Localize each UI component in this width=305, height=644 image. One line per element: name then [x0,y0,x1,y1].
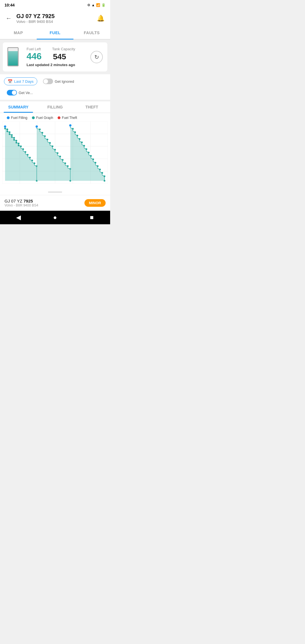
svg-point-59 [81,142,83,143]
sub-tab-summary[interactable]: SUMMARY [0,101,37,113]
get-vehicle-label: Get Ve... [19,91,33,95]
svg-point-64 [92,158,94,160]
svg-point-42 [47,139,48,140]
svg-marker-53 [70,125,104,181]
svg-point-33 [31,160,33,161]
svg-point-43 [49,142,51,144]
svg-point-20 [11,134,13,136]
status-bar: 10:44 ⚙ ▲ 📶 🔋 [0,0,110,10]
svg-point-49 [64,162,66,164]
get-vehicle-toggle[interactable]: Get Ve... [4,88,36,97]
refresh-icon: ↻ [94,54,99,60]
svg-point-50 [67,165,69,167]
svg-point-39 [39,129,41,130]
notification-button[interactable]: 🔔 [95,13,106,23]
tab-fuel[interactable]: FUEL [37,27,73,39]
svg-point-41 [44,135,46,137]
svg-point-32 [29,157,31,158]
fuel-card: Fuel Left Tank Capacity 446 545 Last upd… [3,42,107,71]
fuel-left-label: Fuel Left [27,47,41,51]
svg-point-62 [88,152,90,153]
status-icons: ⚙ ▲ 📶 🔋 [87,3,106,7]
svg-point-56 [74,131,76,133]
legend-dot-filling [7,116,10,119]
legend-dot-theft [58,116,60,119]
svg-point-44 [52,145,53,147]
vehicle-title: GJ 07 YZ 7925 [16,13,92,19]
nav-back-button[interactable]: ◀ [10,214,27,221]
legend-fuel-theft: Fuel Theft [58,116,77,120]
fuel-chart [2,121,108,185]
fuel-gauge-icon [7,47,22,67]
tab-faults[interactable]: FAULTS [73,27,110,39]
svg-point-60 [83,145,85,147]
sub-tab-filling[interactable]: FILLING [37,101,73,113]
back-button[interactable]: ← [5,14,13,23]
status-time: 10:44 [5,3,15,7]
svg-point-55 [72,128,74,130]
svg-point-47 [59,156,61,157]
refresh-button[interactable]: ↻ [90,51,103,63]
svg-point-61 [86,148,87,150]
fuel-updated: Last updated 2 minutes ago [27,63,86,67]
get-ignored-toggle[interactable]: Get Ignored [40,77,77,86]
svg-point-38 [36,125,38,128]
svg-point-45 [54,149,56,151]
svg-point-19 [9,133,10,135]
svg-point-34 [34,162,35,164]
bottom-vehicle-info: GJ 07 YZ 7925 Volvo - B8R 9400 BS4 [5,199,38,207]
sub-tabs: SUMMARY FILLING THEFT [0,101,110,113]
svg-point-17 [6,130,8,132]
sub-tab-theft[interactable]: THEFT [73,101,110,113]
date-chip-label: Last 7 Days [14,79,34,84]
legend-fuel-filling: Fuel Filling [7,116,27,120]
chart-section: Fuel Filling Fuel Graph Fuel Theft [0,113,110,189]
chart-svg [2,121,108,184]
svg-point-31 [27,154,29,156]
svg-point-48 [62,159,64,161]
svg-point-28 [20,145,22,147]
svg-point-63 [90,155,92,157]
svg-point-24 [16,140,17,142]
ignored-toggle-switch[interactable] [43,79,53,84]
svg-point-22 [13,137,15,139]
svg-point-54 [69,124,71,127]
tab-map[interactable]: MAP [0,27,37,39]
svg-point-23 [13,139,15,141]
bell-icon: 🔔 [97,15,104,22]
svg-point-30 [25,151,26,153]
svg-point-66 [97,165,99,167]
svg-point-68 [101,172,103,174]
header-title-block: GJ 07 YZ 7925 Volvo - B8R 9400 BS4 [16,13,92,24]
chart-legend: Fuel Filling Fuel Graph Fuel Theft [2,113,108,121]
vehicle-subtitle: Volvo - B8R 9400 BS4 [16,19,92,24]
svg-point-58 [79,138,80,140]
legend-fuel-graph: Fuel Graph [32,116,53,120]
vehicle-toggle-switch[interactable] [7,90,17,95]
signal-icon: 📶 [96,3,100,7]
nav-home-button[interactable]: ● [47,214,64,221]
get-ignored-label: Get Ignored [55,79,74,84]
fuel-details: Fuel Left Tank Capacity 446 545 Last upd… [27,47,86,67]
svg-point-25 [16,142,17,143]
header: ← GJ 07 YZ 7925 Volvo - B8R 9400 BS4 🔔 [0,10,110,27]
nav-recents-button[interactable]: ■ [83,214,100,221]
svg-point-16 [6,129,8,130]
tank-capacity-label: Tank Capacity [52,47,75,51]
drag-handle-bar [0,189,110,195]
svg-point-67 [99,169,101,170]
svg-point-57 [77,135,78,136]
home-nav-icon: ● [53,214,57,221]
bottom-vehicle-subtitle: Volvo - B8R 9400 BS4 [5,203,38,207]
bottom-notification: GJ 07 YZ 7925 Volvo - B8R 9400 BS4 MINOR [0,195,110,211]
svg-marker-37 [37,127,70,181]
date-filter-chip[interactable]: 📅 Last 7 Days [4,77,37,85]
settings-icon: ⚙ [87,3,90,7]
bottom-nav: ◀ ● ■ [0,211,110,224]
drag-handle [48,192,62,193]
filter-row: 📅 Last 7 Days Get Ignored Get Ve... [0,74,110,100]
legend-label-graph: Fuel Graph [36,116,53,120]
svg-point-70 [104,180,105,182]
svg-point-40 [42,132,43,134]
minor-badge[interactable]: MINOR [84,199,106,207]
